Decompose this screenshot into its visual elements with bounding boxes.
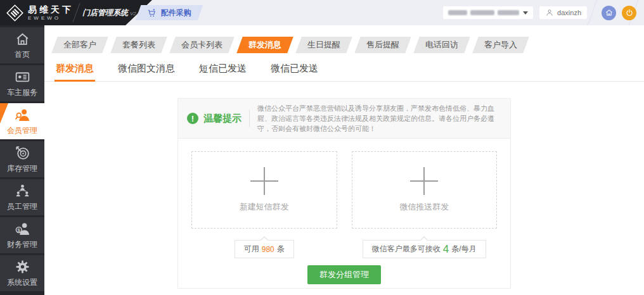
cart-icon (147, 8, 157, 18)
sms-quota-suffix: 条 (277, 244, 285, 254)
org-chart-icon (15, 183, 30, 199)
svg-text:$: $ (17, 227, 20, 232)
home-icon (15, 31, 30, 47)
sidebar-item-member-management[interactable]: 会员管理 (0, 103, 44, 139)
sidebar-item-label: 系统设置 (7, 277, 37, 288)
tab-birthday-reminder[interactable]: 生日提醒 (295, 37, 352, 53)
logout-button[interactable] (622, 6, 636, 20)
diamond-logo-icon (6, 4, 23, 22)
sidebar-item-home[interactable]: 首页 (0, 27, 44, 63)
id-card-icon (15, 69, 30, 85)
username: daxinzh (557, 9, 581, 16)
target-icon (15, 145, 30, 161)
notice-banner: ! 温馨提示 微信公众平台严禁恶意营销以及诱导分享朋友圈，严禁发布色情低俗、暴力… (178, 99, 510, 139)
brand-divider (73, 3, 80, 22)
power-icon (625, 8, 634, 17)
subtab-mass-message[interactable]: 群发消息 (55, 60, 95, 82)
brand-name-cn: 易维天下 (28, 5, 74, 14)
finance-coin-icon: $ (15, 221, 30, 237)
top-header: 易维天下 EWEWO 门店管理系统V2.0.0 配件采购 (0, 0, 644, 25)
notice-divider (249, 110, 250, 127)
plus-icon (410, 167, 438, 195)
customer-tabs: 全部客户 套餐列表 会员卡列表 群发消息 生日提醒 售后提醒 电话回访 客户导入 (44, 25, 644, 53)
broadcast-card: ! 温馨提示 微信公众平台严禁恶意营销以及诱导分享朋友圈，严禁发布色情低俗、暴力… (177, 98, 511, 289)
tab-package-list[interactable]: 套餐列表 (110, 37, 167, 53)
wechat-quota-value: 4 (443, 244, 449, 254)
sidebar-item-label: 库存管理 (7, 163, 37, 174)
system-title: 门店管理系统V2.0.0 (82, 8, 145, 18)
sidebar-item-label: 首页 (15, 49, 30, 60)
subtab-wechat-sent[interactable]: 微信已发送 (269, 60, 319, 82)
gear-icon (15, 259, 30, 275)
parts-purchase-button[interactable]: 配件采购 (136, 5, 203, 20)
brand-name: 易维天下 EWEWO (28, 5, 74, 21)
tab-mass-message[interactable]: 群发消息 (236, 37, 293, 53)
quota-row: 可用 980 条 微信客户最多可接收 4 条/每月 (191, 240, 497, 258)
sidebar-item-staff[interactable]: 员工管理 (0, 179, 44, 215)
plus-icon (250, 167, 278, 195)
brand-name-en: EWEWO (28, 16, 74, 21)
home-button[interactable] (602, 6, 616, 20)
system-name: 门店管理系统 (82, 8, 128, 17)
button-row: 群发分组管理 (178, 265, 510, 288)
user-account[interactable]: daxinzh (539, 6, 587, 19)
sms-quota-prefix: 可用 (244, 244, 259, 254)
sidebar-item-label: 员工管理 (7, 201, 37, 212)
sidebar-item-owner-services[interactable]: 车主服务 (0, 65, 44, 101)
group-manage-button[interactable]: 群发分组管理 (307, 265, 381, 284)
brand-block: 易维天下 EWEWO 门店管理系统V2.0.0 (0, 0, 152, 25)
tab-all-customers[interactable]: 全部客户 (51, 37, 108, 53)
new-sms-broadcast-box[interactable]: 新建短信群发 (191, 151, 337, 229)
tab-phone-followup[interactable]: 电话回访 (413, 37, 470, 53)
tab-member-card-list[interactable]: 会员卡列表 (169, 37, 234, 53)
subtab-wechat-article[interactable]: 微信图文消息 (117, 60, 176, 82)
sidebar-item-inventory[interactable]: 库存管理 (0, 141, 44, 177)
person-icon (545, 8, 554, 17)
active-wedge (0, 103, 8, 123)
subtab-sms-sent[interactable]: 短信已发送 (198, 60, 248, 82)
broadcast-actions: 新建短信群发 微信推送群发 (191, 151, 497, 229)
member-search-icon (15, 107, 30, 123)
store-name-redacted (448, 10, 523, 15)
sidebar-item-settings[interactable]: 系统设置 (0, 255, 44, 291)
caret-down-icon (523, 11, 528, 15)
message-subtabs: 群发消息 微信图文消息 短信已发送 微信已发送 (44, 60, 644, 82)
notice-title: 温馨提示 (203, 113, 242, 125)
sidebar-item-label: 会员管理 (7, 125, 37, 136)
tab-customer-import[interactable]: 客户导入 (472, 37, 529, 53)
notice-text: 微信公众平台严禁恶意营销以及诱导分享朋友圈，严禁发布色情低俗、暴力血腥、政治谣言… (257, 103, 501, 134)
sms-quota-bubble: 可用 980 条 (235, 240, 294, 258)
app-window: 易维天下 EWEWO 门店管理系统V2.0.0 配件采购 (0, 0, 644, 295)
main-content: 全部客户 套餐列表 会员卡列表 群发消息 生日提醒 售后提醒 电话回访 客户导入… (44, 25, 644, 295)
wechat-quota-suffix: 条/每月 (451, 244, 476, 254)
wechat-broadcast-label: 微信推送群发 (399, 201, 449, 213)
wechat-quota-prefix: 微信客户最多可接收 (372, 244, 441, 254)
parts-purchase-label: 配件采购 (161, 8, 191, 18)
sidebar-item-label: 车主服务 (7, 87, 37, 98)
sms-broadcast-label: 新建短信群发 (240, 201, 289, 213)
tab-aftersale-reminder[interactable]: 售后提醒 (354, 37, 411, 53)
exclamation-icon: ! (187, 113, 198, 124)
wechat-push-broadcast-box[interactable]: 微信推送群发 (352, 151, 498, 229)
sidebar-nav: 首页 车主服务 会员管理 (0, 25, 44, 295)
wechat-quota-bubble: 微信客户最多可接收 4 条/每月 (363, 240, 486, 258)
sms-quota-value: 980 (262, 245, 274, 254)
home-icon (605, 8, 614, 17)
header-right-cluster: daxinzh (443, 0, 636, 25)
sidebar-item-label: 财务管理 (7, 239, 37, 250)
store-dropdown[interactable] (443, 6, 533, 19)
sidebar-item-finance[interactable]: $ 财务管理 (0, 217, 44, 253)
